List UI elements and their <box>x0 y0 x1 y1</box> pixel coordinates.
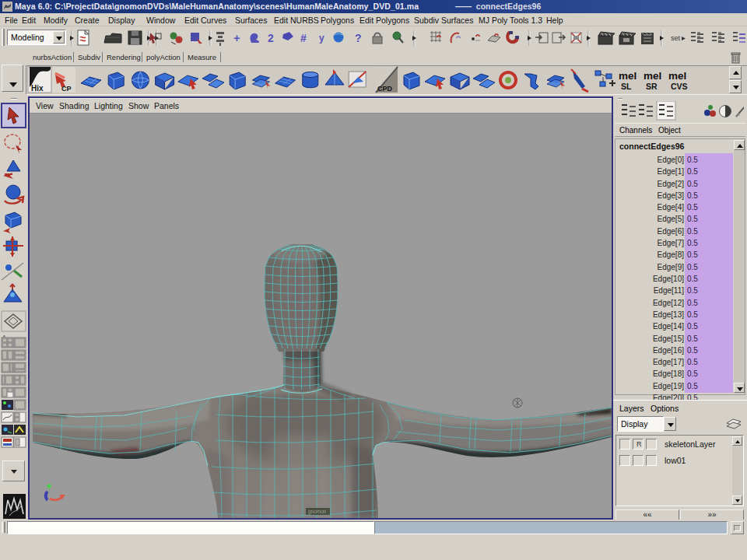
svg-text:y: y <box>319 33 324 44</box>
svg-text:CPD: CPD <box>377 85 393 93</box>
svg-text:set: set <box>671 34 681 42</box>
svg-text:?: ? <box>355 32 362 44</box>
svg-text:SL: SL <box>621 82 632 91</box>
svg-text:CVS: CVS <box>671 82 688 91</box>
svg-text:gnomon: gnomon <box>308 509 327 515</box>
svg-text:#: # <box>300 32 307 44</box>
svg-text:+: + <box>233 31 240 44</box>
svg-text:SR: SR <box>646 82 658 91</box>
svg-text:mel: mel <box>668 70 686 82</box>
svg-text:CP: CP <box>61 85 72 93</box>
svg-text:mel: mel <box>644 70 661 82</box>
svg-text:2: 2 <box>268 32 274 44</box>
svg-text:mel: mel <box>619 70 637 82</box>
svg-text:Hix: Hix <box>31 84 44 93</box>
